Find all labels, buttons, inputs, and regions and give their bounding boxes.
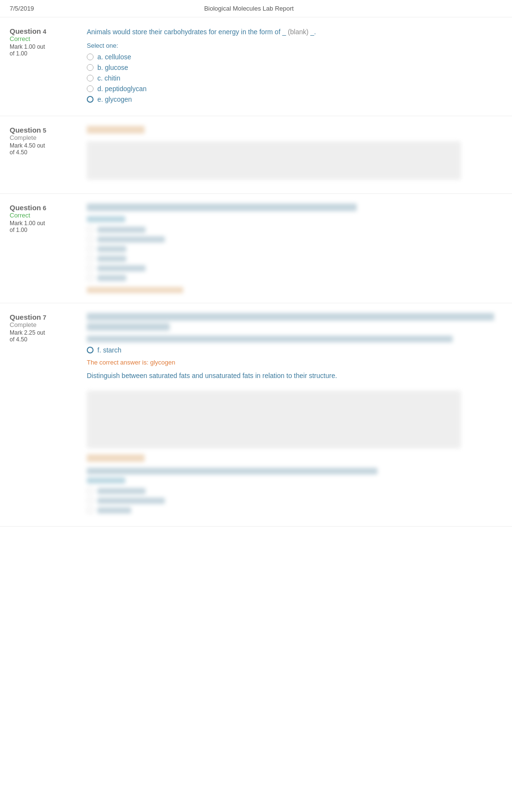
- question-4-select-label: Select one:: [87, 42, 502, 49]
- question-6-status: Correct: [10, 212, 67, 219]
- question-7-status: Complete: [10, 321, 67, 328]
- option-c-label: c. chitin: [97, 74, 120, 82]
- question-5-status: Complete: [10, 134, 67, 141]
- question-6-sidebar: Question 6 Correct Mark 1.00 outof 1.00: [0, 203, 77, 293]
- question-7-sidebar: Question 7 Complete Mark 2.25 outof 4.50: [0, 313, 77, 516]
- correct-answer-label: The correct answer is: glycogen: [87, 359, 502, 366]
- option-f-label: f. starch: [97, 346, 121, 354]
- radio-c[interactable]: [87, 75, 94, 81]
- radio-f[interactable]: [87, 347, 94, 353]
- option-b-label: b. glucose: [97, 64, 128, 71]
- question-5-mark: Mark 4.50 outof 4.50: [10, 142, 67, 156]
- option-c[interactable]: c. chitin: [87, 74, 502, 82]
- question-5-content: [77, 126, 512, 184]
- question-7-mark: Mark 2.25 outof 4.50: [10, 329, 67, 343]
- option-d-label: d. peptidoglycan: [97, 85, 147, 93]
- question-7-blurred-top: [87, 313, 502, 342]
- radio-a[interactable]: [87, 54, 94, 60]
- question-4-number: Question 4: [10, 27, 67, 35]
- question-6-blurred: [87, 203, 502, 293]
- question-7-blurred-bottom: [87, 454, 502, 514]
- option-a-label: a. cellulose: [97, 53, 131, 61]
- option-f-starch[interactable]: f. starch: [87, 346, 502, 354]
- question-6-mark: Mark 1.00 outof 1.00: [10, 220, 67, 233]
- radio-d[interactable]: [87, 85, 94, 92]
- question-5-block: Question 5 Complete Mark 4.50 outof 4.50: [0, 116, 512, 194]
- page-header: 7/5/2019 Biological Molecules Lab Report: [0, 0, 512, 17]
- question-5-number: Question 5: [10, 126, 67, 134]
- question-4-text: Animals would store their carbohydrates …: [87, 27, 502, 37]
- question-7-block: Question 7 Complete Mark 2.25 outof 4.50…: [0, 303, 512, 527]
- option-e[interactable]: e. glycogen: [87, 95, 502, 103]
- question-7-number: Question 7: [10, 313, 67, 321]
- question-4-content: Animals would store their carbohydrates …: [77, 27, 512, 106]
- question-4-block: Question 4 Correct Mark 1.00 outof 1.00 …: [0, 17, 512, 116]
- distinguish-question-text: Distinguish between saturated fats and u…: [87, 371, 502, 381]
- option-b[interactable]: b. glucose: [87, 64, 502, 71]
- question-6-block: Question 6 Correct Mark 1.00 outof 1.00: [0, 194, 512, 303]
- question-7-blurred-textarea: [87, 391, 502, 448]
- question-6-content: [77, 203, 512, 293]
- option-a[interactable]: a. cellulose: [87, 53, 502, 61]
- option-d[interactable]: d. peptidoglycan: [87, 85, 502, 93]
- question-4-sidebar: Question 4 Correct Mark 1.00 outof 1.00: [0, 27, 77, 106]
- page-title: Biological Molecules Lab Report: [34, 5, 464, 12]
- question-6-number: Question 6: [10, 203, 67, 212]
- option-e-label: e. glycogen: [97, 95, 132, 103]
- question-5-blurred: [87, 126, 502, 180]
- radio-b[interactable]: [87, 64, 94, 71]
- question-5-sidebar: Question 5 Complete Mark 4.50 outof 4.50: [0, 126, 77, 184]
- header-date: 7/5/2019: [10, 5, 34, 12]
- question-7-content: f. starch The correct answer is: glycoge…: [77, 313, 512, 516]
- question-4-status: Correct: [10, 35, 67, 42]
- radio-e[interactable]: [87, 96, 94, 103]
- question-4-mark: Mark 1.00 outof 1.00: [10, 43, 67, 57]
